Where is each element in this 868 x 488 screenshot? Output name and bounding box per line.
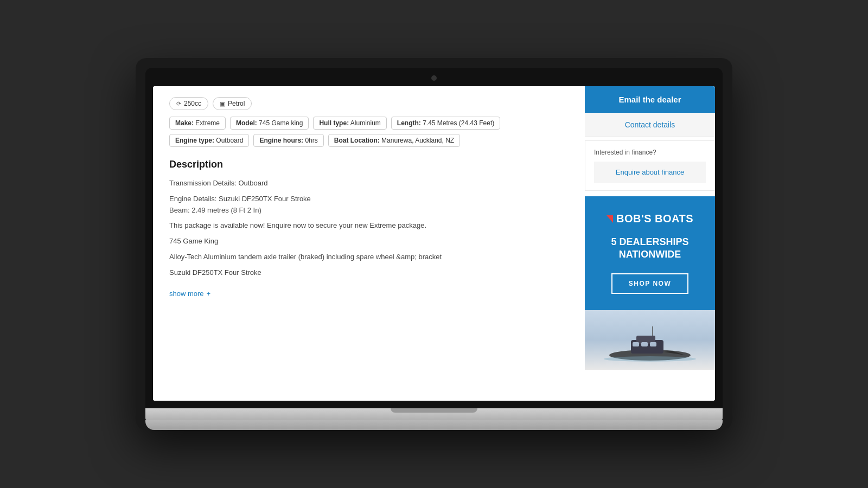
fuel-icon: ▣ (220, 100, 225, 107)
spec-length: Length: 7.45 Metres (24.43 Feet) (391, 117, 500, 130)
ad-shop-button[interactable]: SHOP NOW (611, 273, 688, 294)
contact-details-button[interactable]: Contact details (585, 113, 715, 137)
tag-petrol: ▣ Petrol (213, 97, 252, 110)
spec-engine-hours: Engine hours: 0hrs (253, 134, 323, 147)
desc-line-0: Transmission Details: Outboard (169, 178, 569, 189)
laptop-base (145, 408, 723, 420)
ad-boat-image (585, 310, 715, 370)
ad-tagline-line2: NATIONWIDE (596, 248, 704, 261)
desc-line-1: Engine Details: Suzuki DF250TX Four Stro… (169, 194, 569, 216)
desc-line-9: Suzuki DF250TX Four Stroke (169, 267, 569, 279)
spec-location: Boat Location: Manurewa, Auckland, NZ (328, 134, 460, 147)
content-area: ⟳ 250cc ▣ Petrol Make: Extreme Model: 74… (153, 86, 715, 401)
svg-point-8 (604, 356, 696, 362)
svg-rect-5 (650, 342, 656, 346)
enquire-finance-button[interactable]: Enquire about finance (594, 162, 706, 183)
spec-hull: Hull type: Aluminium (313, 117, 386, 130)
sidebar: Email the dealer Contact details Interes… (585, 86, 715, 401)
email-dealer-button[interactable]: Email the dealer (585, 86, 715, 113)
ad-logo-text: BOB'S BOATS (616, 213, 693, 225)
finance-label: Interested in finance? (594, 149, 706, 156)
specs-row-1: Make: Extreme Model: 745 Game king Hull … (169, 117, 569, 130)
tags-row: ⟳ 250cc ▣ Petrol (169, 97, 569, 110)
screen-bezel: ⟳ 250cc ▣ Petrol Make: Extreme Model: 74… (145, 68, 723, 408)
screen: ⟳ 250cc ▣ Petrol Make: Extreme Model: 74… (153, 86, 715, 401)
specs-row-2: Engine type: Outboard Engine hours: 0hrs… (169, 134, 569, 147)
ad-tagline: 5 DEALERSHIPS NATIONWIDE (596, 236, 704, 261)
description-section: Description Transmission Details: Outboa… (169, 159, 569, 298)
tag-petrol-label: Petrol (228, 100, 245, 107)
engine-icon: ⟳ (176, 100, 181, 107)
desc-line-6: 745 Game King (169, 236, 569, 247)
boat-svg (601, 324, 699, 362)
svg-rect-3 (633, 342, 639, 346)
finance-section: Interested in finance? Enquire about fin… (585, 140, 715, 191)
laptop-bottom (145, 420, 723, 430)
spec-make: Make: Extreme (169, 117, 226, 130)
show-more-button[interactable]: show more + (169, 290, 210, 298)
main-content: ⟳ 250cc ▣ Petrol Make: Extreme Model: 74… (153, 86, 585, 401)
plus-icon: + (207, 290, 211, 298)
tag-250cc: ⟳ 250cc (169, 97, 208, 110)
desc-line-4: This package is available now! Enquire n… (169, 220, 569, 232)
ad-banner: BOB'S BOATS 5 DEALERSHIPS NATIONWIDE SHO… (585, 196, 715, 310)
svg-rect-4 (641, 342, 648, 346)
spec-engine-type: Engine type: Outboard (169, 134, 249, 147)
desc-line-7: Alloy-Tech Aluminium tandem axle trailer… (169, 252, 569, 263)
ad-logo: BOB'S BOATS (596, 213, 704, 225)
logo-triangle-icon (607, 215, 613, 223)
description-title: Description (169, 159, 569, 170)
ad-tagline-line1: 5 DEALERSHIPS (596, 236, 704, 248)
show-more-label: show more (169, 290, 204, 298)
laptop-frame: ⟳ 250cc ▣ Petrol Make: Extreme Model: 74… (136, 58, 732, 430)
spec-model: Model: 745 Game king (230, 117, 309, 130)
tag-250cc-label: 250cc (184, 100, 201, 107)
